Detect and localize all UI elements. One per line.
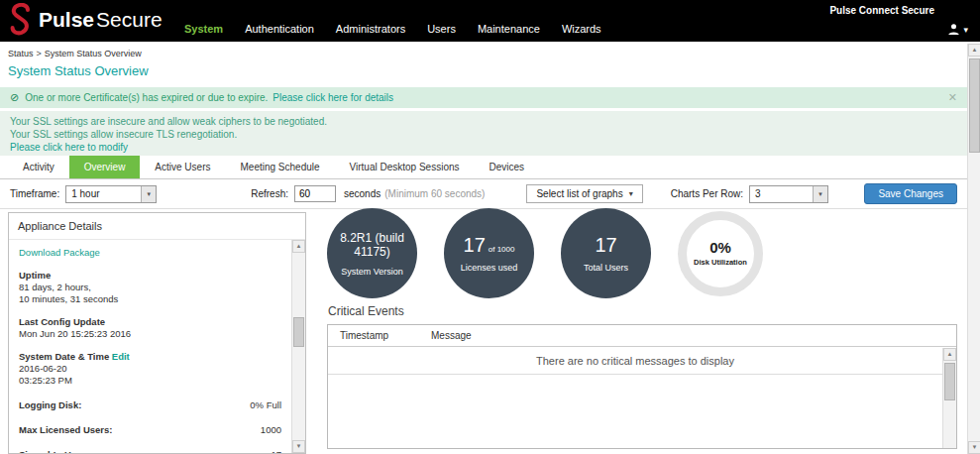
datetime-label: System Date & Time Edit — [19, 351, 281, 363]
ssl-alert: Your SSL settings are insecure and allow… — [0, 111, 967, 156]
licenses-used-value-row: 17 of 1000 — [464, 235, 515, 255]
cert-warning-icon: ⊘ — [10, 91, 19, 104]
refresh-hint: (Minimum 60 seconds) — [384, 188, 485, 199]
uptime-value-line1: 81 days, 2 hours, — [19, 282, 281, 293]
stat-row-logging-disk: Logging Disk: 0% Full — [19, 399, 281, 411]
breadcrumb-current: System Status Overview — [45, 49, 142, 58]
scrollbar-thumb[interactable] — [293, 317, 304, 347]
refresh-label: Refresh: — [251, 188, 288, 199]
nav-item-users[interactable]: Users — [427, 23, 456, 35]
disk-utilization-value: 0% — [709, 240, 731, 256]
critical-events-header: Timestamp Message — [328, 325, 956, 347]
appliance-details-content: Download Package Uptime 81 days, 2 hours… — [9, 240, 291, 453]
licenses-used-label: Licenses used — [461, 263, 518, 273]
nav-item-authentication[interactable]: Authentication — [245, 23, 314, 35]
nav-item-wizards[interactable]: Wizards — [562, 23, 601, 35]
empty-message-row: There are no critical messages to displa… — [328, 348, 942, 375]
nav-item-system[interactable]: System — [184, 23, 223, 35]
system-version-label: System Version — [341, 267, 403, 277]
page-scrollbar[interactable]: ▲ ▼ — [967, 44, 980, 454]
tab-bar: Activity Overview Active Users Meeting S… — [0, 156, 967, 179]
scroll-up-icon[interactable]: ▲ — [943, 348, 956, 361]
pulse-secure-logo-icon — [8, 3, 32, 37]
disk-utilization-badge: 0% Disk Utilization — [678, 211, 763, 296]
close-icon[interactable]: ✕ — [948, 91, 957, 104]
scroll-up-icon[interactable]: ▲ — [968, 44, 980, 57]
cert-details-link[interactable]: Please click here for details — [272, 92, 393, 103]
ssl-modify-link[interactable]: Please click here to modify — [10, 141, 957, 154]
caret-down-icon: ▾ — [963, 25, 968, 35]
edit-link[interactable]: Edit — [112, 351, 130, 362]
page: PulseSecure System Authentication Admini… — [0, 0, 980, 454]
column-message: Message — [431, 330, 472, 341]
total-users-badge: 17 Total Users — [561, 208, 651, 298]
system-version-value: 8.2R1 (build 41175) — [338, 231, 407, 259]
stat-value: 17 — [271, 449, 281, 453]
timeframe-label: Timeframe: — [10, 188, 59, 199]
app-header: PulseSecure System Authentication Admini… — [0, 0, 980, 42]
critical-events-body: There are no critical messages to displa… — [328, 348, 942, 448]
product-name: Pulse Connect Secure — [829, 5, 934, 16]
tab-meeting-schedule[interactable]: Meeting Schedule — [225, 156, 334, 178]
main-nav: System Authentication Administrators Use… — [184, 23, 601, 35]
licenses-used-value: 17 — [464, 235, 486, 255]
user-icon — [947, 23, 960, 36]
tab-devices[interactable]: Devices — [475, 156, 540, 178]
status-badges: 8.2R1 (build 41175) System Version 17 of… — [327, 208, 763, 298]
appliance-details-panel: Appliance Details Download Package Uptim… — [8, 212, 306, 454]
controls-bar: Timeframe: 1 hour ▼ Refresh: seconds (Mi… — [0, 179, 967, 209]
breadcrumb-status[interactable]: Status — [8, 49, 34, 58]
scrollbar-thumb[interactable] — [969, 58, 980, 153]
critical-events-table: Timestamp Message There are no critical … — [327, 324, 957, 449]
ssl-alert-line-2: Your SSL settings allow insecure TLS ren… — [10, 128, 957, 141]
scroll-down-icon[interactable]: ▼ — [968, 441, 980, 454]
critical-events-title: Critical Events — [328, 304, 404, 318]
tab-overview[interactable]: Overview — [69, 156, 141, 178]
stat-label: Signed-In Users: — [19, 449, 94, 453]
certificate-alert: ⊘ One or more Certificate(s) has expired… — [0, 87, 967, 108]
datetime-value-line2: 03:25:23 PM — [19, 375, 281, 387]
select-arrow-icon: ▼ — [813, 186, 827, 202]
stat-value: 0% Full — [250, 399, 281, 411]
nav-item-administrators[interactable]: Administrators — [336, 23, 405, 35]
timeframe-select[interactable]: 1 hour ▼ — [65, 185, 157, 203]
user-menu[interactable]: ▾ — [947, 23, 968, 36]
graphs-dropdown-button[interactable]: Select list of graphs ▾ — [526, 184, 642, 203]
charts-per-row-select[interactable]: 3 ▼ — [749, 185, 828, 203]
last-config-label: Last Config Update — [19, 316, 281, 328]
disk-utilization-label: Disk Utilization — [694, 258, 747, 267]
tab-activity[interactable]: Activity — [8, 156, 69, 178]
breadcrumb: Status>System Status Overview — [8, 49, 142, 58]
brand-secure: Secure — [96, 8, 163, 31]
refresh-unit: seconds — [344, 188, 381, 199]
brand-text: PulseSecure — [39, 8, 163, 32]
page-title: System Status Overview — [8, 63, 149, 78]
tab-active-users[interactable]: Active Users — [140, 156, 225, 178]
stat-row-max-licensed-users: Max Licensed Users: 1000 — [19, 424, 281, 436]
scroll-up-icon[interactable]: ▲ — [292, 240, 305, 253]
tab-virtual-desktop-sessions[interactable]: Virtual Desktop Sessions — [335, 156, 475, 178]
save-changes-button[interactable]: Save Changes — [864, 183, 957, 204]
uptime-label: Uptime — [19, 270, 281, 282]
breadcrumb-separator: > — [37, 49, 42, 58]
critical-events-scrollbar[interactable]: ▲ — [942, 348, 956, 448]
scrollbar-thumb[interactable] — [944, 363, 955, 400]
graphs-dropdown-label: Select list of graphs — [536, 188, 622, 199]
uptime-value-line2: 10 minutes, 31 seconds — [19, 293, 281, 305]
licenses-used-suffix: of 1000 — [489, 245, 515, 254]
scroll-down-icon[interactable]: ▼ — [292, 440, 305, 453]
stat-row-signed-in-users: Signed-In Users: 17 — [19, 449, 281, 453]
nav-item-maintenance[interactable]: Maintenance — [478, 23, 540, 35]
refresh-input[interactable] — [294, 185, 336, 202]
pulse-secure-logo[interactable]: PulseSecure — [8, 3, 163, 37]
stat-value: 1000 — [261, 424, 281, 436]
charts-per-row-label: Charts Per Row: — [671, 188, 743, 199]
system-version-badge: 8.2R1 (build 41175) System Version — [327, 208, 417, 298]
ssl-alert-line-1: Your SSL settings are insecure and allow… — [10, 115, 957, 128]
last-config-value: Mon Jun 20 15:25:23 2016 — [19, 328, 281, 340]
download-package-link[interactable]: Download Package — [19, 247, 281, 259]
appliance-scrollbar[interactable]: ▲ ▼ — [291, 240, 305, 453]
cert-alert-text: One or more Certificate(s) has expired o… — [25, 92, 268, 103]
timeframe-value: 1 hour — [71, 188, 99, 199]
total-users-label: Total Users — [584, 263, 628, 273]
